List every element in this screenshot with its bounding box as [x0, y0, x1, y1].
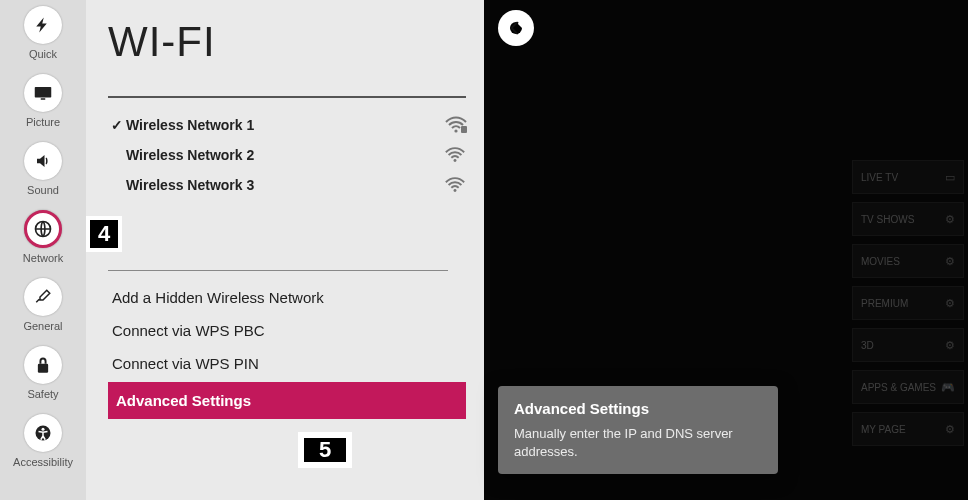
rail-item-label: LIVE TV [861, 172, 898, 183]
rail-item-my-page[interactable]: MY PAGE ⚙ [852, 412, 964, 446]
bolt-icon [24, 6, 62, 44]
rail-item-premium[interactable]: PREMIUM ⚙ [852, 286, 964, 320]
sidebar-item-picture[interactable]: Picture [0, 74, 86, 128]
wifi-network-row[interactable]: Wireless Network 2 [108, 140, 466, 170]
picture-icon [24, 74, 62, 112]
sidebar-item-label: General [23, 320, 62, 332]
svg-point-5 [42, 428, 45, 431]
tooltip-advanced-settings: Advanced Settings Manually enter the IP … [498, 386, 778, 474]
wifi-signal-icon [444, 146, 466, 164]
divider [108, 270, 448, 271]
sidebar-item-quick[interactable]: Quick [0, 6, 86, 60]
back-button[interactable] [498, 10, 534, 46]
gear-icon: ⚙ [945, 423, 955, 436]
option-connect-wps-pbc[interactable]: Connect via WPS PBC [108, 314, 466, 347]
gear-icon: ⚙ [945, 339, 955, 352]
sidebar-item-sound[interactable]: Sound [0, 142, 86, 196]
option-advanced-settings[interactable]: Advanced Settings [108, 382, 466, 419]
svg-rect-1 [41, 98, 46, 100]
tools-icon [24, 278, 62, 316]
svg-rect-7 [461, 126, 467, 133]
step-callout-label: 5 [304, 438, 346, 462]
wifi-network-row[interactable]: Wireless Network 3 [108, 170, 466, 200]
svg-rect-0 [35, 87, 52, 98]
sidebar-item-label: Sound [27, 184, 59, 196]
sidebar-item-label: Picture [26, 116, 60, 128]
svg-rect-3 [38, 364, 48, 373]
accessibility-icon [24, 414, 62, 452]
svg-point-6 [454, 129, 457, 132]
rail-item-movies[interactable]: MOVIES ⚙ [852, 244, 964, 278]
gear-icon: ⚙ [945, 213, 955, 226]
rail-item-label: APPS & GAMES [861, 382, 936, 393]
page-title: WI-FI [108, 18, 466, 66]
tooltip-body: Manually enter the IP and DNS server add… [514, 425, 762, 460]
wifi-network-name: Wireless Network 3 [126, 177, 444, 193]
rail-item-label: PREMIUM [861, 298, 908, 309]
wifi-settings-panel: WI-FI ✓ Wireless Network 1 Wireless Netw… [86, 0, 484, 500]
tv-icon: ▭ [945, 171, 955, 184]
rail-item-label: 3D [861, 340, 874, 351]
rail-item-apps-games[interactable]: APPS & GAMES 🎮 [852, 370, 964, 404]
wifi-secured-icon [444, 116, 466, 134]
wifi-signal-icon [444, 176, 466, 194]
sidebar-item-label: Network [23, 252, 63, 264]
option-connect-wps-pin[interactable]: Connect via WPS PIN [108, 347, 466, 380]
sidebar-item-label: Accessibility [13, 456, 73, 468]
rail-item-live-tv[interactable]: LIVE TV ▭ [852, 160, 964, 194]
wifi-network-name: Wireless Network 2 [126, 147, 444, 163]
sidebar-item-network[interactable]: Network [0, 210, 86, 264]
category-rail: LIVE TV ▭ TV SHOWS ⚙ MOVIES ⚙ PREMIUM ⚙ … [852, 160, 964, 446]
option-add-hidden-network[interactable]: Add a Hidden Wireless Network [108, 281, 466, 314]
speaker-icon [24, 142, 62, 180]
svg-point-8 [454, 159, 457, 162]
step-callout-label: 4 [90, 220, 118, 248]
step-callout-5: 5 [298, 432, 352, 468]
tooltip-title: Advanced Settings [514, 400, 762, 417]
sidebar-item-general[interactable]: General [0, 278, 86, 332]
rail-item-label: MOVIES [861, 256, 900, 267]
wifi-network-name: Wireless Network 1 [126, 117, 444, 133]
rail-item-3d[interactable]: 3D ⚙ [852, 328, 964, 362]
step-callout-4: 4 [86, 216, 122, 252]
svg-point-9 [454, 189, 457, 192]
globe-icon [24, 210, 62, 248]
divider [108, 96, 466, 98]
lock-icon [24, 346, 62, 384]
gear-icon: ⚙ [945, 255, 955, 268]
sidebar-item-label: Quick [29, 48, 57, 60]
wifi-network-row[interactable]: ✓ Wireless Network 1 [108, 110, 466, 140]
gear-icon: ⚙ [945, 297, 955, 310]
rail-item-label: MY PAGE [861, 424, 906, 435]
settings-sidebar: Quick Picture Sound Network General Safe… [0, 0, 86, 500]
sidebar-item-safety[interactable]: Safety [0, 346, 86, 400]
back-icon [507, 19, 525, 37]
sidebar-item-label: Safety [27, 388, 58, 400]
gamepad-icon: 🎮 [941, 381, 955, 394]
rail-item-tv-shows[interactable]: TV SHOWS ⚙ [852, 202, 964, 236]
checkmark-icon: ✓ [108, 117, 126, 133]
rail-item-label: TV SHOWS [861, 214, 914, 225]
sidebar-item-accessibility[interactable]: Accessibility [0, 414, 86, 468]
